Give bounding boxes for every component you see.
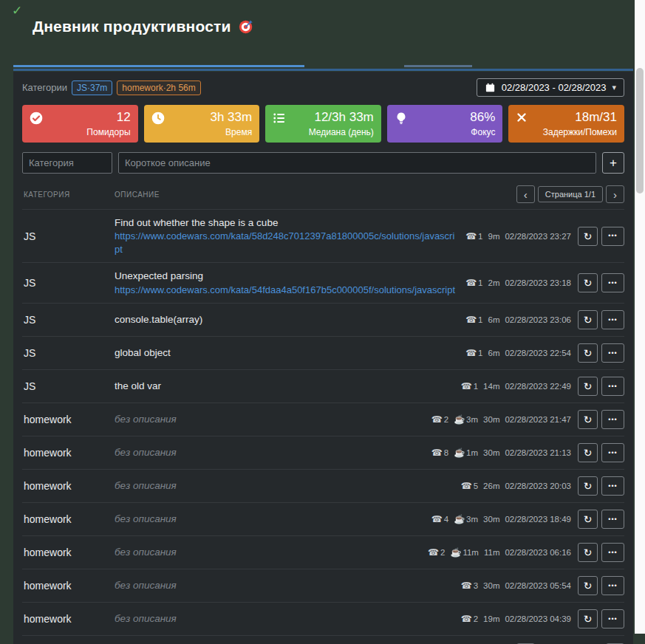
row-description-empty: без описания	[115, 446, 424, 459]
row-menu-button[interactable]: •••	[601, 510, 624, 529]
phone-icon: ☎	[461, 481, 472, 491]
row-link[interactable]: https://www.codewars.com/kata/54fdaa4a50…	[115, 284, 458, 297]
restart-button[interactable]: ↻	[578, 576, 598, 595]
pomodoro-count-value: 8	[444, 448, 448, 457]
pomodoro-count: ☎8	[431, 448, 448, 458]
pomodoro-count-value: 4	[444, 515, 448, 524]
restart-button[interactable]: ↻	[578, 377, 598, 396]
restart-button[interactable]: ↻	[578, 273, 598, 292]
chevron-down-icon: ▾	[612, 83, 616, 92]
phone-icon: ☎	[431, 414, 443, 425]
row-duration: 26m	[483, 482, 499, 490]
break-time-value: 3m	[466, 515, 478, 524]
progress-segment-active	[13, 65, 304, 67]
restart-button[interactable]: ↻	[578, 310, 598, 329]
pomodoro-count-value: 1	[478, 315, 482, 324]
table-row: homeworkбез описания☎4☕3m30m02/28/2023 1…	[22, 502, 624, 535]
row-duration: 30m	[483, 515, 499, 524]
row-meta: ☎16m02/28/2023 23:06	[465, 315, 571, 325]
category-input[interactable]	[22, 152, 112, 174]
row-description: console.table(array)	[115, 313, 458, 326]
category-badge-js[interactable]: JS·37m	[72, 80, 112, 95]
row-menu-button[interactable]: •••	[601, 343, 624, 363]
table-row: homeworkбез описания☎526m02/28/2023 20:0…	[22, 469, 624, 502]
pomodoro-count-value: 1	[478, 232, 482, 241]
row-menu-button[interactable]: •••	[601, 443, 624, 462]
row-datetime: 02/28/2023 04:39	[505, 614, 571, 623]
row-menu-button[interactable]: •••	[601, 227, 624, 246]
stat-value: 12/3h 33m	[273, 110, 374, 125]
row-duration: 14m	[483, 382, 499, 391]
row-meta: ☎19m02/28/2023 23:27	[465, 231, 571, 242]
page-title: Дневник продуктивности	[33, 18, 231, 35]
row-description: the old var	[115, 380, 454, 393]
categories-label: Категории	[22, 82, 67, 93]
restart-button[interactable]: ↻	[578, 410, 598, 429]
pomodoro-count: ☎2	[428, 547, 445, 558]
prev-page-button[interactable]: ‹	[516, 185, 535, 203]
row-menu-button[interactable]: •••	[601, 377, 624, 396]
restart-button[interactable]: ↻	[578, 510, 598, 529]
row-menu-button[interactable]: •••	[601, 410, 624, 429]
row-menu-button[interactable]: •••	[601, 476, 624, 496]
restart-button[interactable]: ↻	[578, 227, 598, 246]
target-icon	[238, 18, 254, 35]
row-description-empty: без описания	[115, 413, 424, 426]
add-entry-button[interactable]: +	[602, 152, 624, 174]
row-category: homework	[22, 547, 115, 558]
cup-icon: ☕	[454, 448, 465, 458]
row-description-cell: без описания	[115, 446, 431, 459]
pomodoro-count: ☎2	[461, 614, 478, 624]
scrollbar-thumb[interactable]	[636, 68, 644, 193]
next-page-button[interactable]: ›	[606, 185, 624, 203]
stat-card-list: 12/3h 33mМедиана (день)	[265, 105, 381, 143]
add-entry-form: +	[22, 152, 624, 174]
row-meta: ☎219m02/28/2023 04:39	[461, 614, 571, 624]
pomodoro-count-value: 2	[440, 548, 445, 557]
row-category: homework	[22, 480, 115, 492]
stat-value: 86%	[395, 110, 496, 125]
restart-button[interactable]: ↻	[578, 476, 598, 496]
phone-icon: ☎	[461, 614, 472, 624]
check-icon	[29, 111, 44, 126]
row-menu-button[interactable]: •••	[601, 273, 624, 292]
row-description-empty: без описания	[115, 612, 454, 626]
table-row: JSUnexpected parsinghttps://www.codewars…	[22, 262, 624, 303]
date-range-value: 02/28/2023 - 02/28/2023	[502, 82, 607, 93]
row-menu-button[interactable]: •••	[601, 310, 624, 329]
restart-button[interactable]: ↻	[578, 543, 598, 562]
row-category: JS	[22, 277, 115, 289]
row-description-cell: без описания	[115, 513, 431, 526]
stats-row: 12Помидоры3h 33mВремя12/3h 33mМедиана (д…	[22, 105, 624, 143]
row-description-empty: без описания	[115, 579, 454, 592]
scroll-progress-bar	[13, 65, 633, 72]
row-datetime: 02/28/2023 20:03	[505, 482, 571, 490]
description-input[interactable]	[118, 152, 596, 174]
row-category: homework	[22, 447, 115, 459]
footer-bar: Категории JS·5homework·7 ‹ Страница 1/1 …	[22, 635, 624, 644]
row-datetime: 02/28/2023 21:13	[505, 448, 571, 457]
pomodoro-count: ☎3	[461, 580, 478, 591]
row-meta: ☎2☕11m11m02/28/2023 06:16	[428, 547, 571, 558]
row-menu-button[interactable]: •••	[601, 543, 624, 562]
row-description-empty: без описания	[115, 513, 424, 526]
row-description-cell: без описания	[115, 579, 461, 592]
page-scrollbar[interactable]	[635, 0, 645, 634]
pomodoro-count: ☎1	[461, 381, 478, 391]
cup-icon: ☕	[454, 514, 465, 524]
restart-button[interactable]: ↻	[578, 443, 598, 462]
table-row: homeworkбез описания☎2☕3m30m02/28/2023 2…	[22, 402, 624, 436]
row-menu-button[interactable]: •••	[601, 609, 624, 628]
category-badge-homework[interactable]: homework·2h 56m	[117, 80, 200, 95]
row-menu-button[interactable]: •••	[601, 576, 624, 595]
row-category: JS	[22, 314, 115, 326]
row-link[interactable]: https://www.codewars.com/kata/58d248c701…	[115, 230, 458, 256]
restart-button[interactable]: ↻	[578, 609, 598, 628]
break-time-value: 3m	[466, 415, 478, 424]
restart-button[interactable]: ↻	[578, 343, 598, 363]
row-description-cell: без описания	[115, 413, 431, 426]
pomodoro-count: ☎1	[465, 231, 482, 242]
date-range-picker[interactable]: 02/28/2023 - 02/28/2023 ▾	[477, 78, 624, 97]
phone-icon: ☎	[465, 278, 477, 288]
stat-card-x: 18m/31Задержки/Помехи	[508, 105, 624, 143]
